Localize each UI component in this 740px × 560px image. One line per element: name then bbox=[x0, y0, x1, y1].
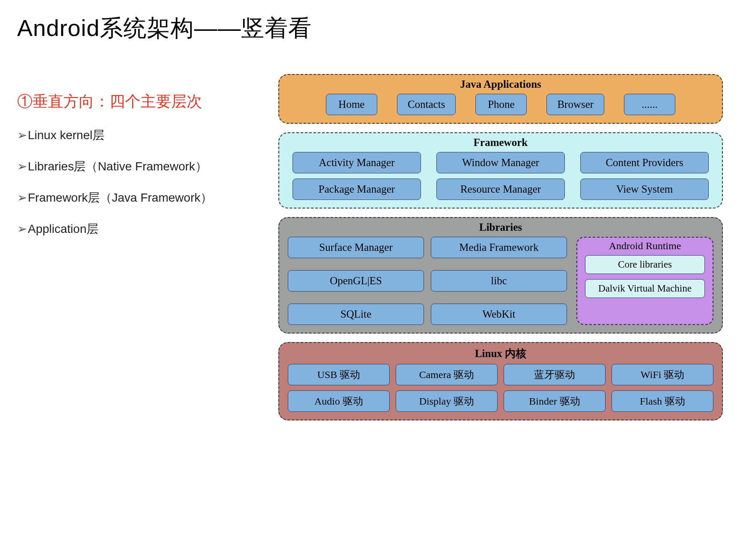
kernel-box-flash-driver: Flash 驱动 bbox=[612, 390, 713, 412]
libraries-left: Surface Manager Media Framework OpenGL|E… bbox=[288, 237, 567, 325]
app-box-more: ...... bbox=[624, 94, 675, 115]
android-runtime: Android Runtime Core libraries Dalvik Vi… bbox=[576, 237, 713, 325]
right-column: Java Applications Home Contacts Phone Br… bbox=[278, 74, 723, 420]
kernel-box-wifi-driver: WiFi 驱动 bbox=[612, 364, 713, 385]
fw-box-package-manager: Package Manager bbox=[292, 179, 421, 200]
app-box-browser: Browser bbox=[546, 94, 604, 115]
libraries-row: Surface Manager Media Framework bbox=[288, 237, 567, 258]
lib-box-webkit: WebKit bbox=[431, 304, 567, 325]
fw-box-resource-manager: Resource Manager bbox=[436, 179, 565, 200]
bullet-text: Libraries层（Native Framework） bbox=[28, 160, 207, 173]
kernel-box-camera-driver: Camera 驱动 bbox=[396, 364, 498, 385]
app-box-contacts: Contacts bbox=[397, 94, 456, 115]
fw-box-view-system: View System bbox=[580, 179, 709, 200]
layer-kernel: Linux 内核 USB 驱动 Camera 驱动 蓝牙驱动 WiFi 驱动 A… bbox=[278, 342, 723, 420]
left-column: ①垂直方向：四个主要层次 ➢Linux kernel层 ➢Libraries层（… bbox=[17, 74, 266, 420]
app-box-home: Home bbox=[326, 94, 377, 115]
fw-box-window-manager: Window Manager bbox=[436, 152, 565, 173]
layer-title: Java Applications bbox=[288, 78, 713, 90]
content-columns: ①垂直方向：四个主要层次 ➢Linux kernel层 ➢Libraries层（… bbox=[17, 74, 723, 420]
layer-title: Libraries bbox=[288, 221, 713, 233]
framework-row: Package Manager Resource Manager View Sy… bbox=[288, 179, 713, 200]
lib-box-media-framework: Media Framework bbox=[431, 237, 567, 258]
libraries-body: Surface Manager Media Framework OpenGL|E… bbox=[288, 237, 713, 325]
bullet-item: ➢Application层 bbox=[17, 221, 266, 237]
framework-row: Activity Manager Window Manager Content … bbox=[288, 152, 713, 173]
bullet-text: Application层 bbox=[28, 222, 98, 235]
layer-framework: Framework Activity Manager Window Manage… bbox=[278, 132, 723, 209]
kernel-box-binder-driver: Binder 驱动 bbox=[504, 390, 606, 412]
bullet-text: Linux kernel层 bbox=[28, 128, 104, 142]
bullet-arrow-icon: ➢ bbox=[17, 128, 27, 142]
bullet-arrow-icon: ➢ bbox=[17, 222, 27, 236]
fw-box-content-providers: Content Providers bbox=[580, 152, 709, 173]
bullet-arrow-icon: ➢ bbox=[17, 159, 27, 173]
lib-box-opengl-es: OpenGL|ES bbox=[288, 270, 424, 292]
runtime-box-core-libraries: Core libraries bbox=[585, 255, 705, 274]
layer-title: Linux 内核 bbox=[288, 346, 713, 360]
kernel-row: Audio 驱动 Display 驱动 Binder 驱动 Flash 驱动 bbox=[288, 390, 713, 412]
apps-row: Home Contacts Phone Browser ...... bbox=[288, 94, 713, 115]
libraries-row: OpenGL|ES libc bbox=[288, 270, 567, 292]
section-heading: ①垂直方向：四个主要层次 bbox=[17, 91, 266, 112]
kernel-row: USB 驱动 Camera 驱动 蓝牙驱动 WiFi 驱动 bbox=[288, 364, 713, 385]
layer-title: Framework bbox=[288, 137, 713, 149]
bullet-item: ➢Linux kernel层 bbox=[17, 127, 266, 143]
kernel-box-audio-driver: Audio 驱动 bbox=[288, 390, 390, 412]
page-title: Android系统架构——竖着看 bbox=[17, 13, 723, 44]
lib-box-surface-manager: Surface Manager bbox=[288, 237, 424, 258]
slide: Android系统架构——竖着看 ①垂直方向：四个主要层次 ➢Linux ker… bbox=[0, 0, 740, 433]
layer-libraries: Libraries Surface Manager Media Framewor… bbox=[278, 217, 723, 334]
layer-applications: Java Applications Home Contacts Phone Br… bbox=[278, 74, 723, 124]
lib-box-libc: libc bbox=[431, 270, 567, 292]
bullet-item: ➢Libraries层（Native Framework） bbox=[17, 158, 266, 175]
runtime-title: Android Runtime bbox=[585, 240, 705, 252]
bullet-text: Framework层（Java Framework） bbox=[28, 191, 212, 204]
libraries-row: SQLite WebKit bbox=[288, 304, 567, 325]
kernel-box-usb-driver: USB 驱动 bbox=[288, 364, 390, 385]
runtime-box-dalvik-vm: Dalvik Virtual Machine bbox=[585, 279, 705, 298]
fw-box-activity-manager: Activity Manager bbox=[292, 152, 421, 173]
bullet-arrow-icon: ➢ bbox=[17, 191, 27, 205]
kernel-box-bluetooth-driver: 蓝牙驱动 bbox=[504, 364, 606, 385]
kernel-box-display-driver: Display 驱动 bbox=[396, 390, 498, 412]
lib-box-sqlite: SQLite bbox=[288, 304, 424, 325]
app-box-phone: Phone bbox=[475, 94, 527, 115]
bullet-item: ➢Framework层（Java Framework） bbox=[17, 190, 266, 206]
